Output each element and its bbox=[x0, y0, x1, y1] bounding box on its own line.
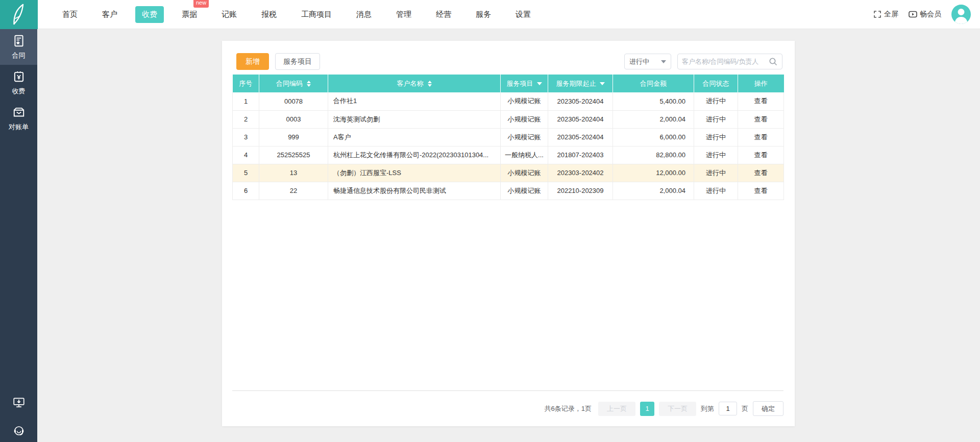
column-header[interactable]: 合同状态 bbox=[694, 75, 738, 92]
status-filter-value: 进行中 bbox=[629, 57, 649, 66]
search-box bbox=[677, 54, 782, 69]
view-action[interactable]: 查看 bbox=[754, 115, 768, 123]
statement-icon bbox=[12, 106, 26, 119]
page-unit-label: 页 bbox=[742, 404, 748, 413]
topbar-right: 全屏 畅会员 bbox=[873, 5, 980, 24]
sidebar-item-label: 收费 bbox=[12, 87, 26, 96]
cell-service: 小规模记账 bbox=[501, 182, 548, 200]
toolbar: 新增 服务项目 进行中 bbox=[236, 53, 782, 70]
nav-item-label: 报税 bbox=[261, 10, 277, 18]
cell-action: 查看 bbox=[738, 182, 784, 200]
records-summary: 共6条记录，1页 bbox=[545, 404, 592, 413]
nav-item[interactable]: 客户 bbox=[95, 6, 124, 23]
column-header-label: 操作 bbox=[754, 80, 768, 87]
nav-item[interactable]: 服务 bbox=[469, 6, 498, 23]
customer-service-button[interactable] bbox=[13, 425, 25, 437]
view-action[interactable]: 查看 bbox=[754, 97, 768, 105]
cell-amount: 6,000.00 bbox=[613, 128, 694, 146]
sidebar-item-contract[interactable]: 合同 bbox=[0, 29, 37, 65]
cell-service: 一般纳税人... bbox=[501, 146, 548, 164]
nav-item[interactable]: 管理 bbox=[389, 6, 418, 23]
column-header-label: 序号 bbox=[239, 80, 252, 87]
nav-item-label: 服务 bbox=[476, 10, 491, 18]
column-header[interactable]: 客户名称 bbox=[328, 75, 501, 92]
table-row[interactable]: 622畅捷通信息技术股份有限公司民非测试小规模记账202210-2023092,… bbox=[233, 182, 784, 200]
column-header[interactable]: 操作 bbox=[738, 75, 784, 92]
prev-page-button[interactable]: 上一页 bbox=[598, 402, 635, 416]
cell-action: 查看 bbox=[738, 164, 784, 182]
service-items-button[interactable]: 服务项目 bbox=[275, 53, 320, 70]
cell-no: 5 bbox=[233, 164, 259, 182]
goto-page-input[interactable] bbox=[719, 402, 737, 415]
sidebar-item-label: 对账单 bbox=[9, 122, 29, 132]
cell-no: 2 bbox=[233, 110, 259, 128]
sidebar-item-statements[interactable]: 对账单 bbox=[0, 101, 37, 136]
nav-item[interactable]: 首页 bbox=[56, 6, 84, 23]
cell-status: 进行中 bbox=[694, 164, 738, 182]
column-header[interactable]: 合同编码 bbox=[259, 75, 328, 92]
nav-item[interactable]: 消息 bbox=[350, 6, 378, 23]
cell-action: 查看 bbox=[738, 128, 784, 146]
new-badge: new bbox=[193, 0, 209, 8]
sort-icon[interactable] bbox=[428, 81, 432, 87]
table-header-row: 序号合同编码客户名称服务项目服务期限起止合同金额合同状态操作 bbox=[233, 75, 784, 92]
column-header[interactable]: 服务期限起止 bbox=[548, 75, 613, 92]
cell-amount: 5,400.00 bbox=[613, 92, 694, 110]
table-row[interactable]: 4252525525杭州杠上花文化传播有限公司-2022(20230310130… bbox=[233, 146, 784, 164]
column-header-label: 客户名称 bbox=[397, 80, 424, 87]
nav-item[interactable]: 工商项目 bbox=[295, 6, 338, 23]
member-button[interactable]: 畅会员 bbox=[909, 10, 941, 19]
chevron-down-icon bbox=[661, 60, 666, 63]
cell-action: 查看 bbox=[738, 146, 784, 164]
member-video-icon bbox=[909, 10, 917, 18]
avatar[interactable] bbox=[951, 5, 971, 24]
view-action[interactable]: 查看 bbox=[754, 169, 768, 177]
filter-icon[interactable] bbox=[600, 82, 605, 85]
view-action[interactable]: 查看 bbox=[754, 133, 768, 141]
column-header[interactable]: 服务项目 bbox=[501, 75, 548, 92]
table-row[interactable]: 20003沈海英测试勿删小规模记账202305-2024042,000.04进行… bbox=[233, 110, 784, 128]
cell-code: 22 bbox=[259, 182, 328, 200]
table-row[interactable]: 100078合作社1小规模记账202305-2024045,400.00进行中查… bbox=[233, 92, 784, 110]
app-logo[interactable] bbox=[0, 0, 38, 29]
nav-item[interactable]: 经营 bbox=[429, 6, 458, 23]
sidebar-item-label: 合同 bbox=[12, 51, 26, 60]
sort-icon[interactable] bbox=[307, 81, 311, 87]
search-icon[interactable] bbox=[769, 57, 778, 66]
fullscreen-button[interactable]: 全屏 bbox=[873, 10, 898, 19]
view-action[interactable]: 查看 bbox=[754, 151, 768, 159]
cell-status: 进行中 bbox=[694, 182, 738, 200]
nav-item[interactable]: 记账 bbox=[215, 6, 243, 23]
cell-period: 201807-202403 bbox=[548, 146, 613, 164]
cell-amount: 2,000.04 bbox=[613, 182, 694, 200]
nav-item-label: 工商项目 bbox=[301, 10, 332, 18]
nav-item[interactable]: 设置 bbox=[509, 6, 537, 23]
main-area: 新增 服务项目 进行中 bbox=[37, 29, 980, 442]
topbar: 首页客户收费票据new记账报税工商项目消息管理经营服务设置 全屏 畅会员 bbox=[0, 0, 980, 29]
nav-item[interactable]: 票据new bbox=[175, 6, 204, 23]
next-page-button[interactable]: 下一页 bbox=[659, 402, 696, 416]
sidebar: 合同 收费 对账单 bbox=[0, 29, 37, 442]
contracts-table: 序号合同编码客户名称服务项目服务期限起止合同金额合同状态操作 100078合作社… bbox=[232, 75, 783, 200]
fullscreen-label: 全屏 bbox=[884, 10, 898, 19]
status-filter-select[interactable]: 进行中 bbox=[624, 54, 671, 69]
table-row[interactable]: 3999A客户小规模记账202305-2024046,000.00进行中查看 bbox=[233, 128, 784, 146]
client-download-button[interactable] bbox=[12, 396, 26, 409]
table-row[interactable]: 513（勿删）江西服宝-LSS小规模记账202303-20240212,000.… bbox=[233, 164, 784, 182]
contract-icon bbox=[12, 34, 26, 47]
footer-divider bbox=[232, 390, 783, 391]
sidebar-item-fees[interactable]: 收费 bbox=[0, 65, 37, 101]
filter-icon[interactable] bbox=[537, 82, 542, 85]
confirm-button[interactable]: 确定 bbox=[753, 401, 783, 416]
column-header[interactable]: 序号 bbox=[233, 75, 259, 92]
cell-customer: 沈海英测试勿删 bbox=[328, 110, 501, 128]
view-action[interactable]: 查看 bbox=[754, 187, 768, 194]
nav-item[interactable]: 报税 bbox=[255, 6, 283, 23]
add-button[interactable]: 新增 bbox=[236, 53, 269, 70]
column-header[interactable]: 合同金额 bbox=[613, 75, 694, 92]
client-download-icon bbox=[12, 396, 26, 409]
search-input[interactable] bbox=[682, 58, 769, 65]
page-number-button[interactable]: 1 bbox=[640, 402, 654, 416]
cell-status: 进行中 bbox=[694, 110, 738, 128]
nav-item[interactable]: 收费 bbox=[135, 6, 164, 23]
